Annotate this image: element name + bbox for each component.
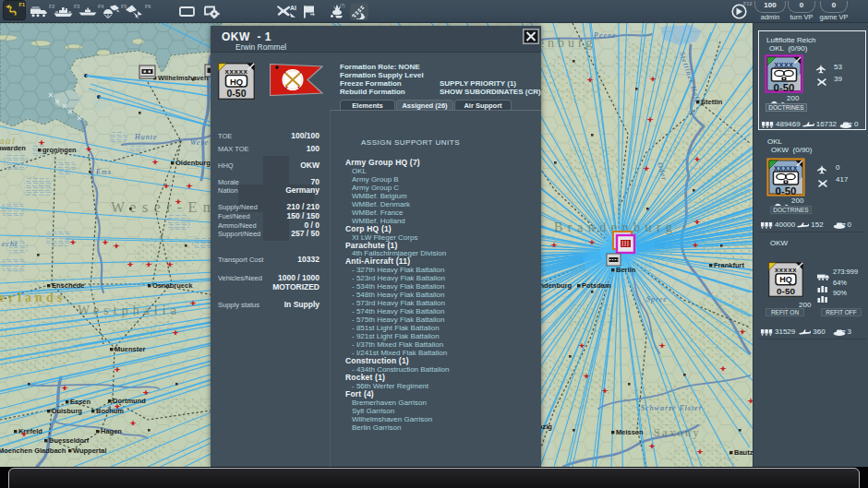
svg-text:Dortmund: Dortmund — [113, 397, 146, 405]
svg-text:Hunte: Hunte — [134, 133, 158, 141]
svg-text:xxxxx: xxxxx — [224, 67, 247, 76]
svg-text:Westphalia: Westphalia — [78, 304, 181, 317]
svg-text:groningen: groningen — [42, 146, 77, 154]
svg-text:Bochum: Bochum — [96, 407, 124, 415]
svg-text:Stettin: Stettin — [701, 98, 723, 106]
svg-text:0-50: 0-50 — [226, 88, 246, 99]
svg-text:Peene: Peene — [593, 31, 617, 40]
svg-text:Enschede: Enschede — [52, 281, 84, 290]
svg-text:Potsdam: Potsdam — [582, 281, 611, 290]
svg-text:0-50: 0-50 — [775, 185, 796, 196]
svg-text:Wese: Wese — [190, 138, 209, 147]
svg-text:HQ: HQ — [230, 77, 243, 87]
svg-text:Hagen: Hagen — [101, 427, 122, 435]
svg-text:xxxxx: xxxxx — [775, 266, 797, 274]
svg-text:0-50: 0-50 — [773, 82, 794, 93]
svg-text:(?): (?) — [340, 4, 345, 8]
svg-text:0-50: 0-50 — [777, 286, 795, 296]
svg-text:Ems: Ems — [95, 168, 112, 176]
svg-text:xxxx: xxxx — [775, 60, 794, 69]
svg-text:Wuppertal: Wuppertal — [73, 446, 107, 455]
svg-text:Muenster: Muenster — [115, 345, 145, 353]
svg-text:Netherlands: Netherlands — [0, 291, 66, 304]
svg-text:Spree: Spree — [646, 295, 668, 304]
svg-text:Osnabrueck: Osnabrueck — [152, 281, 193, 290]
svg-text:HQ: HQ — [779, 275, 792, 284]
svg-text:echt: echt — [2, 240, 18, 248]
svg-text:Berlin: Berlin — [616, 266, 636, 274]
svg-text:Moenchen Gladbach: Moenchen Gladbach — [0, 446, 66, 455]
svg-text:Oldenburg: Oldenburg — [175, 159, 211, 167]
svg-text:Schwarze Elster: Schwarze Elster — [641, 404, 703, 412]
svg-text:Duesseldorf: Duesseldorf — [49, 436, 90, 445]
svg-text:Meissen: Meissen — [616, 428, 644, 436]
svg-text:Wilhelmshaven: Wilhelmshaven — [158, 74, 209, 82]
svg-text:AI: AI — [290, 5, 296, 11]
svg-text:xxxxx: xxxxx — [774, 163, 798, 173]
svg-text:Saxony: Saxony — [654, 426, 701, 439]
svg-text:Leeuwarden: Leeuwarden — [0, 144, 26, 152]
svg-text:Essen: Essen — [70, 398, 91, 406]
svg-text:Duisburg: Duisburg — [52, 407, 82, 415]
svg-text:Frankfurt: Frankfurt — [714, 261, 744, 269]
